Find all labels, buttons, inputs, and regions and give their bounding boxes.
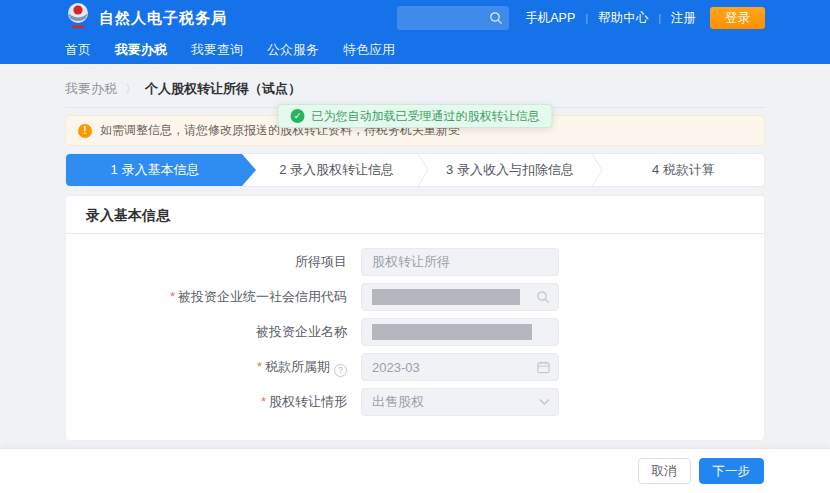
action-bar: 取消 下一步 (0, 448, 830, 493)
success-toast: ✓ 已为您自动加载已受理通过的股权转让信息 (278, 104, 553, 128)
transfer-type-select: 出售股权 (361, 388, 559, 416)
tax-period-input: 2023-03 (361, 353, 559, 381)
step-wizard: 1 录入基本信息 2 录入股权转让信息 3 录入收入与扣除信息 4 税款计算 (65, 153, 765, 187)
basic-info-card: 录入基本信息 所得项目 股权转让所得 *被投资企业统一社会信用代码 (65, 195, 765, 441)
step-3-income-deduction[interactable]: 3 录入收入与扣除信息 (429, 154, 590, 186)
tax-bureau-emblem-icon (65, 2, 91, 34)
nav-item-home[interactable]: 首页 (65, 41, 91, 59)
warning-icon: ! (78, 124, 92, 138)
field-income-item: 所得项目 股权转让所得 (66, 248, 764, 276)
chevron-down-icon (539, 399, 550, 406)
step-1-basic-info[interactable]: 1 录入基本信息 (66, 154, 256, 186)
transfer-type-value: 出售股权 (372, 393, 424, 411)
register-link[interactable]: 注册 (671, 10, 696, 27)
step-separator-icon (591, 154, 603, 186)
field-label: *股权转让情形 (66, 393, 361, 411)
nav-item-featured[interactable]: 特色应用 (343, 41, 395, 59)
header-search (397, 6, 509, 30)
field-label: *被投资企业统一社会信用代码 (66, 288, 361, 306)
step-4-tax-calc[interactable]: 4 税款计算 (603, 154, 764, 186)
field-tax-period: *税款所属期? 2023-03 (66, 353, 764, 381)
search-icon[interactable] (536, 290, 550, 304)
required-mark: * (170, 289, 175, 304)
step-2-transfer-info[interactable]: 2 录入股权转让信息 (256, 154, 417, 186)
header: 自然人电子税务局 手机APP | 帮助中心 | 注册 登录 (0, 0, 830, 36)
field-label: *税款所属期? (66, 358, 361, 377)
income-item-input: 股权转让所得 (361, 248, 559, 276)
credit-code-input[interactable] (361, 283, 559, 311)
help-icon[interactable]: ? (334, 364, 347, 377)
company-name-input (361, 318, 559, 346)
field-credit-code: *被投资企业统一社会信用代码 (66, 283, 764, 311)
section-title: 录入基本信息 (66, 196, 764, 234)
field-company-name: 被投资企业名称 (66, 318, 764, 346)
nav-item-public[interactable]: 公众服务 (267, 41, 319, 59)
help-center-link[interactable]: 帮助中心 (598, 10, 648, 27)
tax-period-value: 2023-03 (372, 360, 420, 375)
mobile-app-link[interactable]: 手机APP (525, 10, 575, 27)
next-step-button[interactable]: 下一步 (699, 458, 765, 484)
divider: | (585, 12, 588, 24)
redacted-value (372, 324, 532, 340)
nav-item-tax[interactable]: 我要办税 (115, 41, 167, 59)
login-button[interactable]: 登录 (710, 7, 765, 29)
divider: | (658, 12, 661, 24)
cancel-button[interactable]: 取消 (638, 458, 691, 484)
step-separator-icon (417, 154, 429, 186)
success-check-icon: ✓ (291, 109, 305, 123)
income-item-value: 股权转让所得 (372, 253, 450, 271)
page: 自然人电子税务局 手机APP | 帮助中心 | 注册 登录 首页 我要办税 我要… (0, 0, 830, 493)
field-label: 被投资企业名称 (66, 323, 361, 341)
main-nav: 首页 我要办税 我要查询 公众服务 特色应用 (0, 36, 830, 64)
calendar-icon (537, 361, 550, 374)
nav-item-query[interactable]: 我要查询 (191, 41, 243, 59)
header-right: 手机APP | 帮助中心 | 注册 登录 (397, 6, 765, 30)
breadcrumb-separator-icon: 〉 (125, 81, 137, 98)
redacted-value (372, 289, 520, 305)
breadcrumb: 我要办税 〉 个人股权转让所得（试点） (65, 78, 765, 100)
toast-text: 已为您自动加载已受理通过的股权转让信息 (312, 108, 540, 125)
search-icon[interactable] (489, 11, 503, 29)
basic-info-form: 所得项目 股权转让所得 *被投资企业统一社会信用代码 被投资企业 (66, 234, 764, 416)
required-mark: * (257, 359, 262, 374)
breadcrumb-parent[interactable]: 我要办税 (65, 80, 117, 98)
breadcrumb-current: 个人股权转让所得（试点） (145, 80, 301, 98)
field-transfer-type: *股权转让情形 出售股权 (66, 388, 764, 416)
required-mark: * (261, 394, 266, 409)
content: 我要办税 〉 个人股权转让所得（试点） ! 如需调整信息，请您修改原报送的股权转… (0, 78, 830, 441)
brand[interactable]: 自然人电子税务局 (65, 2, 227, 34)
field-label: 所得项目 (66, 253, 361, 271)
app-title: 自然人电子税务局 (99, 9, 227, 28)
